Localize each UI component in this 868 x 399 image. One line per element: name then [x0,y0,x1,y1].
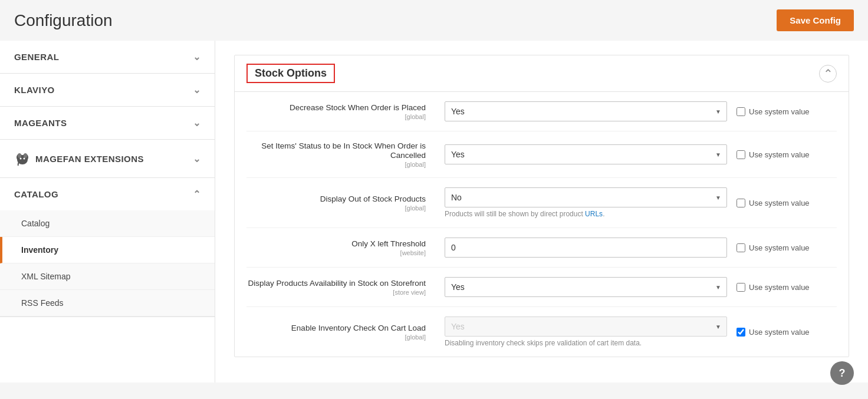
sidebar-header-general[interactable]: GENERAL ⌄ [0,41,215,73]
scope-display-products-availability: [store view] [246,289,426,296]
config-row-display-out-of-stock: Display Out of Stock Products [global] Y… [246,178,837,228]
scope-enable-inventory-check: [global] [246,334,426,341]
elephant-icon [14,150,31,167]
use-system-label-display-products-availability: Use system value [749,283,810,292]
use-system-label-set-items-status: Use system value [749,150,810,159]
section-title: Stock Options [246,64,335,83]
section-card-header: Stock Options ⌃ [235,55,849,92]
chevron-down-icon: ⌄ [193,51,200,62]
select-display-out-of-stock[interactable]: Yes No [445,187,727,207]
config-table: Decrease Stock When Order is Placed [glo… [235,92,849,357]
sidebar-sub-items-catalog: Catalog Inventory XML Sitemap RSS Feeds [0,210,215,316]
checkbox-only-x-left[interactable] [737,243,745,252]
content-area: Stock Options ⌃ Decrease Stock When Orde… [215,41,868,382]
use-system-label-decrease-stock: Use system value [749,107,810,116]
svg-point-4 [24,153,27,158]
sidebar-item-inventory[interactable]: Inventory [0,237,215,263]
sidebar-section-magefan: MAGEFAN EXTENSIONS ⌄ [0,140,215,178]
hint-link-urls[interactable]: URLs [585,210,603,218]
sidebar-label-general: GENERAL [14,52,60,62]
page-title: Configuration [14,11,113,30]
sidebar-section-mageants: MAGEANTS ⌄ [0,107,215,140]
sidebar-label-magefan: MAGEFAN EXTENSIONS [35,154,144,164]
sidebar-label-catalog: CATALOG [14,189,58,199]
sidebar: GENERAL ⌄ KLAVIYO ⌄ MAGEANTS ⌄ [0,41,215,382]
page-header: Configuration Save Config [0,0,868,41]
checkbox-set-items-status[interactable] [737,150,745,159]
checkbox-display-out-of-stock[interactable] [737,199,745,207]
config-row-enable-inventory-check: Enable Inventory Check On Cart Load [glo… [246,307,837,357]
chevron-up-icon: ⌃ [193,189,200,200]
help-icon: ? [839,367,846,380]
checkbox-enable-inventory-check[interactable] [737,328,745,337]
label-display-products-availability: Display Products Availability in Stock o… [248,279,426,288]
scope-set-items-status: [global] [246,161,426,168]
sidebar-item-catalog[interactable]: Catalog [0,210,215,237]
select-decrease-stock[interactable]: Yes No [445,101,727,121]
use-system-label-enable-inventory-check: Use system value [749,328,810,337]
label-only-x-left: Only X left Threshold [351,239,426,248]
sidebar-label-klaviyo: KLAVIYO [14,85,55,95]
hint-enable-inventory-check: Disabling inventory check skips pre vali… [445,339,727,347]
sidebar-section-general: GENERAL ⌄ [0,41,215,74]
sidebar-section-catalog: CATALOG ⌃ Catalog Inventory XML Sitemap … [0,178,215,317]
config-row-set-items-status: Set Items' Status to be In Stock When Or… [246,131,837,178]
config-row-decrease-stock: Decrease Stock When Order is Placed [glo… [246,92,837,131]
sidebar-header-klaviyo[interactable]: KLAVIYO ⌄ [0,74,215,106]
sidebar-header-mageants[interactable]: MAGEANTS ⌄ [0,107,215,139]
svg-point-5 [20,158,22,160]
select-set-items-status[interactable]: Yes No [445,144,727,164]
input-only-x-left[interactable] [445,238,727,258]
sidebar-item-xml-sitemap[interactable]: XML Sitemap [0,263,215,290]
select-display-products-availability[interactable]: Yes No [445,277,727,297]
use-system-label-display-out-of-stock: Use system value [749,199,810,207]
sidebar-label-mageants: MAGEANTS [14,118,67,128]
config-row-only-x-left: Only X left Threshold [website] Use syst… [246,228,837,268]
sidebar-item-rss-feeds[interactable]: RSS Feeds [0,290,215,316]
chevron-down-icon: ⌄ [193,117,200,128]
scope-only-x-left: [website] [246,249,426,256]
checkbox-decrease-stock[interactable] [737,107,745,116]
collapse-button[interactable]: ⌃ [819,65,837,83]
svg-point-3 [18,153,21,158]
chevron-down-icon: ⌄ [193,84,200,95]
help-bubble[interactable]: ? [830,361,854,382]
sidebar-header-catalog[interactable]: CATALOG ⌃ [0,178,215,210]
sidebar-header-magefan[interactable]: MAGEFAN EXTENSIONS ⌄ [0,140,215,177]
use-system-label-only-x-left: Use system value [749,243,810,252]
scope-decrease-stock: [global] [246,113,426,120]
save-config-button[interactable]: Save Config [777,9,854,31]
checkbox-display-products-availability[interactable] [737,283,745,292]
hint-display-out-of-stock: Products will still be shown by direct p… [445,210,727,218]
chevron-down-icon: ⌄ [193,153,200,164]
svg-point-6 [24,158,25,160]
select-enable-inventory-check[interactable]: Yes No [445,316,727,337]
scope-display-out-of-stock: [global] [246,205,426,212]
label-display-out-of-stock: Display Out of Stock Products [320,194,426,203]
stock-options-card: Stock Options ⌃ Decrease Stock When Orde… [234,55,849,357]
label-enable-inventory-check: Enable Inventory Check On Cart Load [291,324,426,332]
sidebar-section-klaviyo: KLAVIYO ⌄ [0,74,215,107]
config-row-display-products-availability: Display Products Availability in Stock o… [246,268,837,307]
label-decrease-stock: Decrease Stock When Order is Placed [290,103,426,112]
main-layout: GENERAL ⌄ KLAVIYO ⌄ MAGEANTS ⌄ [0,41,868,382]
label-set-items-status: Set Items' Status to be In Stock When Or… [261,141,426,160]
